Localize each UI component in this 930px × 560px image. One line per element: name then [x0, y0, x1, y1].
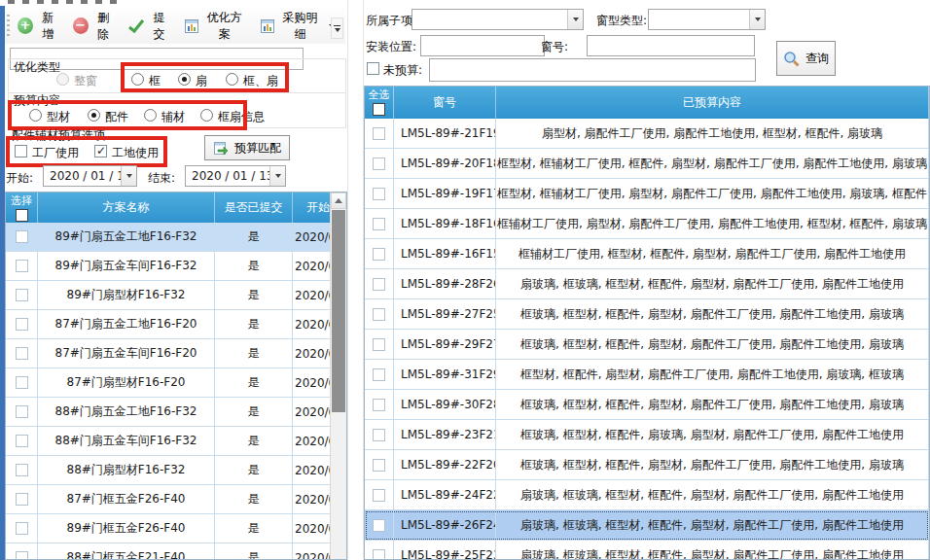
- row-checkbox[interactable]: [16, 435, 28, 447]
- no-budget-checkbox[interactable]: [367, 62, 379, 75]
- optimize-plan-button[interactable]: 优化方案: [179, 7, 251, 46]
- site-use-checkbox[interactable]: [94, 145, 107, 158]
- row-checkbox[interactable]: [373, 399, 385, 411]
- radio-frame-sash-info[interactable]: [200, 109, 213, 122]
- radio-accessory-label: 配件: [105, 109, 128, 125]
- submit-button[interactable]: 提交: [123, 7, 175, 46]
- row-checkbox[interactable]: [373, 368, 385, 381]
- app-window: + 新增 − 删除 提交 优化方案: [0, 0, 930, 560]
- row-checkbox[interactable]: [373, 429, 385, 441]
- delete-button[interactable]: − 删除: [68, 7, 120, 46]
- select-all-checkbox[interactable]: [373, 103, 385, 116]
- table-row[interactable]: 89#门扇型材F16-F32 是 2020/0: [6, 281, 332, 310]
- row-checkbox[interactable]: [16, 551, 28, 560]
- add-button[interactable]: + 新增: [13, 7, 64, 46]
- table-row[interactable]: LM5L-89#-21F19 扇型材, 扇配件工厂使用, 扇配件工地使用, 框型…: [365, 119, 929, 149]
- start-header-cell[interactable]: 开始: [293, 192, 332, 223]
- radio-frame-sash[interactable]: [226, 73, 238, 86]
- radio-sash[interactable]: [178, 73, 191, 86]
- radio-whole-window[interactable]: [56, 73, 69, 86]
- table-row[interactable]: 88#门扇五金工地F16-F32 是 2020/0: [6, 398, 332, 427]
- row-checkbox[interactable]: [373, 338, 385, 351]
- toolbar-grip[interactable]: [7, 15, 10, 37]
- window-no-input[interactable]: [587, 35, 755, 56]
- radio-auxiliary[interactable]: [144, 109, 157, 122]
- row-checkbox[interactable]: [16, 347, 28, 360]
- plan-name-header-cell[interactable]: 方案名称: [38, 192, 215, 223]
- row-checkbox[interactable]: [16, 464, 28, 476]
- table-row[interactable]: LM5L-89#-31F29 框型材, 框配件, 扇型材, 扇配件工厂使用, 扇…: [365, 360, 929, 390]
- chevron-down-icon[interactable]: [567, 10, 583, 29]
- row-checkbox[interactable]: [373, 549, 385, 560]
- row-checkbox[interactable]: [373, 519, 385, 532]
- table-row[interactable]: LM5L-89#-27F25 框玻璃, 框型材, 框配件, 扇型材, 扇配件工厂…: [365, 299, 929, 330]
- radio-profile[interactable]: [29, 109, 42, 122]
- row-checkbox[interactable]: [16, 405, 28, 418]
- row-checkbox[interactable]: [16, 318, 28, 331]
- date-start-picker[interactable]: 2020 / 01 / 1: [43, 165, 137, 187]
- sub-item-combo[interactable]: [411, 9, 584, 30]
- select-all-checkbox[interactable]: [16, 209, 28, 222]
- table-row[interactable]: 87#门扇型材F16-F20 是 2020/0: [6, 368, 332, 398]
- table-row[interactable]: LM5L-89#-22F20 框玻璃, 框型材, 框配件, 扇型材, 扇配件工厂…: [365, 450, 929, 480]
- table-row[interactable]: 89#门扇五金车间F16-F32 是 2020/0: [6, 252, 332, 281]
- chevron-down-icon[interactable]: [269, 166, 285, 186]
- install-position-input[interactable]: [420, 35, 545, 56]
- table-row[interactable]: LM5L-89#-29F27 框玻璃, 框型材, 框配件, 扇型材, 扇配件工厂…: [365, 330, 929, 360]
- date-end-picker[interactable]: 2020 / 01 / 13: [185, 165, 286, 187]
- row-checkbox[interactable]: [373, 459, 385, 472]
- purchase-detail-button[interactable]: 采购明细: [255, 7, 341, 46]
- row-checkbox[interactable]: [373, 278, 385, 291]
- chevron-down-icon[interactable]: [121, 166, 136, 186]
- add-icon: +: [18, 18, 33, 34]
- table-row[interactable]: 88#门框五金F21-F40 是 2020/0: [6, 543, 332, 560]
- submitted-header-cell[interactable]: 是否已提交: [215, 192, 293, 223]
- row-checkbox[interactable]: [373, 489, 385, 502]
- table-row[interactable]: LM5L-89#-25F23 扇玻璃, 框玻璃, 框型材, 框配件, 扇型材, …: [365, 541, 929, 560]
- table-row[interactable]: LM5L-89#-18F16 框辅材工厂使用, 扇型材, 扇配件工厂使用, 扇配…: [365, 209, 929, 239]
- table-row[interactable]: LM5L-89#-30F28 框玻璃, 框型材, 框配件, 扇型材, 扇配件工厂…: [365, 390, 929, 420]
- query-button[interactable]: 查询: [776, 41, 836, 76]
- start-date-cell: 2020/0: [293, 427, 332, 455]
- scrollbar-thumb[interactable]: [332, 210, 345, 412]
- plan-table-scrollbar[interactable]: [330, 192, 346, 559]
- radio-frame[interactable]: [131, 73, 144, 86]
- table-row[interactable]: LM5L-89#-28F26 扇玻璃, 框玻璃, 框型材, 框配件, 扇型材, …: [365, 269, 929, 299]
- radio-accessory[interactable]: [88, 109, 100, 122]
- table-row[interactable]: 87#门框五金F26-F40 是 2020/0: [6, 485, 332, 514]
- table-row[interactable]: 87#门扇五金车间F16-F20 是 2020/0: [6, 339, 332, 368]
- row-checkbox[interactable]: [373, 188, 385, 200]
- panel-splitter[interactable]: [347, 0, 364, 560]
- row-checkbox[interactable]: [16, 493, 28, 506]
- table-row[interactable]: 88#门扇型材F16-F32 是 2020/0: [6, 456, 332, 485]
- row-checkbox[interactable]: [373, 248, 385, 261]
- window-no-header-cell[interactable]: 窗号: [394, 87, 496, 119]
- budgeted-content-header-cell[interactable]: 已预算内容: [496, 87, 929, 119]
- row-checkbox[interactable]: [16, 522, 28, 535]
- table-row[interactable]: LM5L-89#-23F21 框玻璃, 框型材, 框配件, 扇玻璃, 扇型材, …: [365, 420, 929, 450]
- scroll-up-icon[interactable]: [331, 192, 346, 209]
- table-row[interactable]: LM5L-89#-20F18 框型材, 框辅材工厂使用, 框配件, 扇型材, 扇…: [365, 149, 929, 179]
- row-checkbox[interactable]: [373, 127, 385, 140]
- table-row[interactable]: 89#门扇五金工地F16-F32 是 2020/0: [6, 223, 332, 252]
- table-row[interactable]: LM5L-89#-19F17 框型材, 框辅材工厂使用, 扇型材, 扇配件工厂使…: [365, 179, 929, 209]
- table-row[interactable]: 89#门框五金F26-F40 是 2020/0: [6, 514, 332, 543]
- table-row[interactable]: LM5L-89#-16F15 框辅材工厂使用, 框型材, 框配件, 扇型材, 扇…: [365, 239, 929, 269]
- row-checkbox[interactable]: [373, 158, 385, 170]
- factory-use-checkbox[interactable]: [15, 145, 27, 158]
- window-type-combo[interactable]: [648, 9, 766, 30]
- row-checkbox[interactable]: [16, 230, 28, 243]
- row-checkbox[interactable]: [373, 218, 385, 230]
- table-row[interactable]: LM5L-89#-26F24 扇玻璃, 框玻璃, 框型材, 框配件, 扇型材, …: [365, 510, 929, 541]
- row-checkbox[interactable]: [16, 260, 28, 272]
- table-row[interactable]: LM5L-89#-24F22 扇玻璃, 框玻璃, 框型材, 框配件, 扇型材, …: [365, 480, 929, 510]
- table-row[interactable]: 88#门扇五金车间F16-F32 是 2020/0: [6, 427, 332, 456]
- budget-match-button[interactable]: 预算匹配: [204, 135, 290, 160]
- chevron-down-icon[interactable]: [749, 10, 765, 29]
- toolbar-overflow-button[interactable]: [331, 18, 343, 39]
- row-checkbox[interactable]: [16, 289, 28, 301]
- row-checkbox[interactable]: [373, 308, 385, 321]
- table-row[interactable]: 87#门扇五金工地F16-F20 是 2020/0: [6, 310, 332, 339]
- no-budget-input[interactable]: [429, 58, 756, 82]
- row-checkbox[interactable]: [16, 376, 28, 389]
